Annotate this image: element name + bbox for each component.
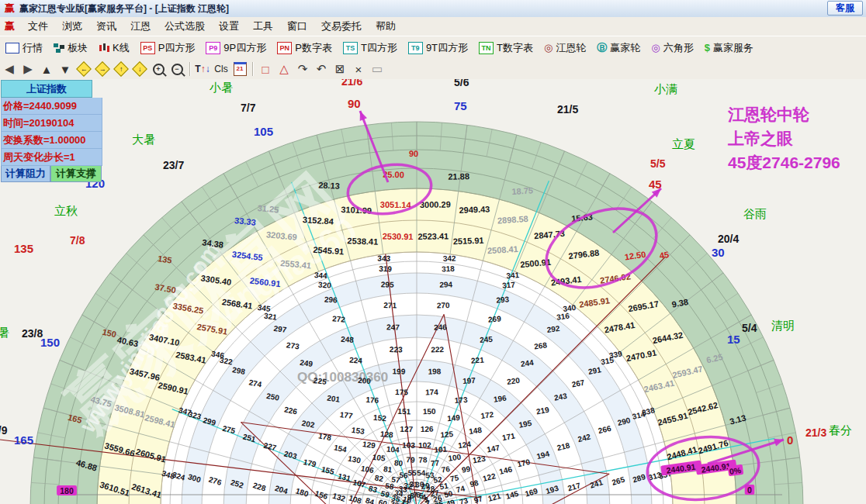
spiral-number: 78: [418, 455, 428, 464]
rim-degree-number: 30: [712, 246, 725, 259]
shift-down-button[interactable]: ↓: [130, 60, 149, 78]
menu-item-6[interactable]: 设置: [212, 18, 246, 35]
spiral-number: 246: [434, 323, 447, 331]
spiral-number: 292: [546, 324, 560, 334]
toolbar-item-label: 9P四方形: [223, 41, 266, 55]
cross-tool-button[interactable]: ×: [349, 60, 368, 78]
calendar-icon: 21: [234, 62, 247, 76]
menu-item-7[interactable]: 工具: [246, 18, 280, 35]
rotate-ccw-button[interactable]: ↶: [312, 60, 331, 78]
spiral-number: 172: [480, 410, 494, 420]
calc-support-button[interactable]: 计算支撑: [50, 166, 102, 182]
toolbar-item-9P四方形[interactable]: P99P四方形: [200, 39, 272, 57]
spiral-number: 173: [454, 395, 468, 405]
menu-item-8[interactable]: 窗口: [280, 18, 314, 35]
solar-term-label: 小满: [653, 82, 677, 95]
toolbar-item-T数字表[interactable]: TNT数字表: [473, 39, 539, 57]
rim-degree-number: 165: [14, 433, 33, 447]
step-down-button[interactable]: ▼: [56, 60, 74, 78]
toolbar-separator: [252, 62, 253, 76]
spiral-number: 343: [377, 254, 390, 263]
annotation-arrowhead: [360, 111, 367, 121]
percent-row-value: 28.13: [318, 180, 340, 190]
percent-row-value: 21.88: [448, 171, 469, 181]
TN-icon: TN: [479, 42, 494, 54]
menu-logo-icon: 赢: [5, 19, 15, 33]
menu-item-9[interactable]: 交易委托: [314, 18, 369, 35]
spiral-number: 340: [563, 303, 577, 313]
watermark-qq: QQ:100830360: [297, 370, 388, 385]
spiral-number: 149: [447, 413, 461, 423]
highlighted-value: 0%: [729, 465, 742, 476]
shift-up-button[interactable]: ↑: [112, 60, 130, 78]
zoom-in-icon: +: [153, 64, 165, 75]
rim-degree-number: 150: [40, 336, 60, 349]
rim-degree-number: 75: [454, 99, 467, 112]
toolbar-item-K线[interactable]: K线: [93, 39, 135, 57]
toolbar-item-江恩轮[interactable]: ◎江恩轮: [539, 39, 591, 57]
spiral-number: 319: [379, 264, 392, 273]
rotate-cw-icon: ↷: [298, 62, 308, 76]
menu-item-5[interactable]: 公式选股: [158, 18, 212, 35]
app-logo-icon: 赢: [5, 2, 15, 16]
time-updown-button[interactable]: T↑↓: [193, 60, 212, 78]
triangle-tool-button[interactable]: △: [275, 60, 293, 78]
toolbar-item-P四方形[interactable]: PSP四方形: [135, 39, 201, 57]
calc-resistance-button[interactable]: 计算阻力: [1, 166, 50, 182]
delete-box-button[interactable]: ⊠: [331, 60, 349, 78]
shift-left-button[interactable]: ←: [74, 60, 93, 78]
step-up-icon: ▲: [41, 63, 53, 76]
menu-item-10[interactable]: 帮助: [369, 18, 403, 35]
spiral-number: 152: [373, 413, 387, 423]
spiral-number: 196: [493, 394, 507, 404]
toolbar-item-六角形[interactable]: ◎六角形: [646, 39, 698, 57]
toolbar-item-行情[interactable]: 行情: [0, 39, 48, 57]
spiral-number: 175: [395, 388, 408, 396]
price-outer-row-value: 2949.43: [459, 204, 490, 215]
spiral-number: 76: [441, 464, 451, 474]
toolbar-item-label: 板块: [68, 41, 88, 55]
rim-degree-number: 0: [787, 433, 793, 447]
toolbar-item-赢家轮[interactable]: Ⓑ赢家轮: [591, 39, 646, 57]
zoom-in-button[interactable]: +: [149, 60, 168, 78]
price-inner-row-value: 2515.91: [453, 236, 484, 247]
spiral-number: 317: [502, 280, 516, 289]
menu-item-1[interactable]: 文件: [21, 18, 55, 35]
menu-item-4[interactable]: 江恩: [123, 18, 158, 35]
calendar-button[interactable]: 21: [230, 60, 249, 78]
spiral-number: 270: [437, 301, 450, 309]
spiral-number: 248: [341, 335, 355, 344]
square-tool-button[interactable]: □: [256, 60, 275, 78]
time-updown-icon: T↑↓: [195, 64, 210, 74]
pointer-tool-button[interactable]: ▭: [368, 60, 386, 78]
toolbar-item-9T四方形[interactable]: T99T四方形: [403, 39, 473, 57]
gann-wheel-canvas[interactable]: 赢家财富网www.yingjia360.comyingjia360QQ:1008…: [0, 79, 866, 504]
spiral-number: 318: [442, 264, 455, 273]
step-up-button[interactable]: ▲: [37, 60, 56, 78]
spiral-number: 56: [399, 471, 408, 480]
spiral-number: 320: [318, 281, 332, 290]
customer-service-button[interactable]: 客服: [827, 1, 863, 16]
toolbar-item-label: T四方形: [361, 41, 397, 55]
spiral-number: 321: [263, 312, 277, 322]
step-down-icon: ▼: [60, 63, 71, 76]
spiral-number: 341: [506, 271, 520, 280]
rotate-cw-button[interactable]: ↷: [293, 60, 312, 78]
shift-right-button[interactable]: →: [93, 60, 112, 78]
spiral-number: 221: [471, 355, 485, 364]
cls-button[interactable]: Cls: [212, 60, 230, 78]
rim-date-label: 5/6: [454, 79, 469, 88]
menu-item-2[interactable]: 浏览: [55, 18, 89, 35]
toolbar-item-P数字表[interactable]: PNP数字表: [272, 39, 338, 57]
toolbar-separator: [189, 62, 190, 76]
toolbar-item-label: 9T四方形: [426, 41, 468, 55]
prev-button[interactable]: ◀: [0, 60, 19, 78]
toolbar-item-T四方形[interactable]: TST四方形: [338, 39, 403, 57]
menu-item-3[interactable]: 资讯: [89, 18, 123, 35]
toolbar-item-板块[interactable]: 板块: [48, 39, 93, 57]
toolbar-item-赢家服务[interactable]: $赢家服务: [699, 39, 759, 57]
next-button[interactable]: ▶: [19, 60, 37, 78]
spiral-number: 125: [440, 430, 454, 439]
zoom-out-button[interactable]: −: [168, 60, 186, 78]
gann-wheel-chart-area[interactable]: 赢家财富网www.yingjia360.comyingjia360QQ:1008…: [0, 79, 866, 504]
